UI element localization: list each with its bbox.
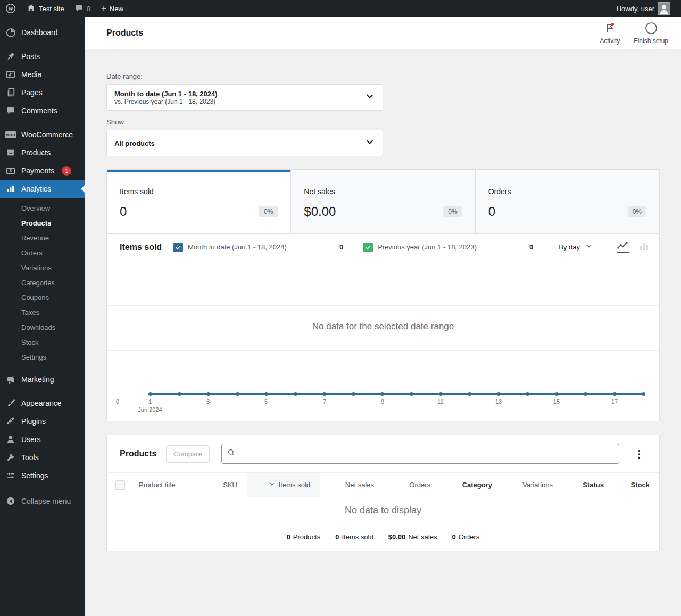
stat-label: Items sold bbox=[120, 187, 278, 196]
sidebar-item-products[interactable]: Products bbox=[0, 144, 85, 162]
sidebar-item-label: WooCommerce bbox=[21, 130, 73, 139]
interval-select[interactable]: By day bbox=[553, 243, 607, 252]
table-title: Products bbox=[120, 449, 156, 459]
payments-count-badge: 1 bbox=[62, 166, 71, 176]
site-name-label: Test site bbox=[39, 5, 64, 13]
compare-button[interactable]: Compare bbox=[166, 445, 209, 463]
search-icon bbox=[227, 448, 236, 459]
column-net-sales[interactable]: Net sales bbox=[320, 473, 384, 497]
megaphone-icon bbox=[5, 374, 16, 385]
sidebar-item-tools[interactable]: Tools bbox=[0, 448, 85, 467]
column-stock: Stock bbox=[613, 473, 659, 497]
sidebar-item-appearance[interactable]: Appearance bbox=[0, 394, 85, 412]
checkbox-checked-icon[interactable] bbox=[363, 243, 373, 252]
sidebar-item-marketing[interactable]: Marketing bbox=[0, 370, 85, 388]
submenu-item-coupons[interactable]: Coupons bbox=[0, 290, 85, 305]
x-tick: 1 bbox=[148, 398, 152, 405]
column-sku[interactable]: SKU bbox=[204, 473, 247, 497]
submenu-item-products[interactable]: Products bbox=[0, 216, 85, 231]
collapse-menu-button[interactable]: Collapse menu bbox=[0, 492, 85, 510]
sidebar-item-woocommerce[interactable]: WOO WooCommerce bbox=[0, 126, 85, 144]
plus-icon: + bbox=[101, 3, 106, 14]
x-tick: 7 bbox=[323, 398, 326, 405]
submenu-item-downloads[interactable]: Downloads bbox=[0, 320, 85, 335]
x-tick: 11 bbox=[437, 398, 443, 405]
wordpress-logo-icon: W bbox=[5, 3, 16, 14]
home-icon bbox=[27, 3, 36, 14]
sidebar-item-label: Products bbox=[21, 148, 51, 157]
chart-x-axis: 0 1 3 5 7 9 11 13 15 17 Jun 2024 bbox=[107, 394, 659, 421]
x-axis-month-label: Jun 2024 bbox=[138, 406, 162, 413]
show-filter-value: All products bbox=[114, 139, 364, 147]
finish-setup-label: Finish setup bbox=[634, 37, 668, 45]
date-range-select[interactable]: Month to date (Jun 1 - 18, 2024) vs. Pre… bbox=[106, 84, 383, 111]
sidebar-item-media[interactable]: Media bbox=[0, 65, 85, 84]
checkbox-checked-icon[interactable] bbox=[173, 243, 183, 252]
activity-label: Activity bbox=[600, 37, 620, 45]
site-name-link[interactable]: Test site bbox=[21, 0, 70, 17]
column-items-sold[interactable]: Items sold bbox=[247, 473, 320, 497]
submenu-item-variations[interactable]: Variations bbox=[0, 261, 85, 276]
pushpin-icon bbox=[5, 51, 16, 62]
collapse-arrow-icon bbox=[5, 496, 16, 506]
stat-tile-net-sales[interactable]: Net sales $0.00 0% bbox=[290, 170, 475, 233]
sidebar-item-settings[interactable]: Settings bbox=[0, 467, 85, 485]
search-input[interactable] bbox=[240, 450, 613, 458]
submenu-item-orders[interactable]: Orders bbox=[0, 246, 85, 261]
submenu-item-categories[interactable]: Categories bbox=[0, 276, 85, 290]
column-status: Status bbox=[562, 473, 613, 497]
search-box[interactable] bbox=[221, 444, 619, 464]
date-range-value: Month to date (Jun 1 - 18, 2024) bbox=[114, 90, 364, 98]
wordpress-logo-menu[interactable]: W bbox=[0, 0, 21, 17]
sidebar-item-analytics[interactable]: Analytics bbox=[0, 180, 85, 198]
column-category: Category bbox=[440, 473, 502, 497]
chart-header: Items sold Month to date (Jun 1 - 18, 20… bbox=[107, 233, 659, 261]
sidebar-item-payments[interactable]: $ Payments 1 bbox=[0, 162, 85, 180]
comments-shortcut[interactable]: 0 bbox=[70, 0, 96, 17]
column-product-title[interactable]: Product title bbox=[134, 473, 204, 497]
bar-chart-toggle[interactable] bbox=[638, 242, 649, 253]
pages-icon bbox=[5, 87, 16, 98]
stat-tile-items-sold[interactable]: Items sold 0 0% bbox=[107, 170, 290, 233]
select-all-checkbox[interactable] bbox=[115, 480, 125, 490]
legend-item-current-period[interactable]: Month to date (Jun 1 - 18, 2024) 0 bbox=[173, 243, 363, 252]
active-menu-arrow bbox=[81, 185, 85, 193]
show-filter-select[interactable]: All products bbox=[106, 130, 383, 156]
gridline bbox=[107, 305, 659, 306]
sidebar-item-label: Analytics bbox=[21, 185, 51, 193]
stat-tile-orders[interactable]: Orders 0 0% bbox=[475, 170, 659, 233]
sidebar-item-label: Posts bbox=[21, 52, 40, 61]
chevron-down-icon bbox=[364, 91, 375, 104]
finish-setup-button[interactable]: Finish setup bbox=[634, 22, 668, 45]
sidebar-item-users[interactable]: Users bbox=[0, 430, 85, 448]
submenu-item-stock[interactable]: Stock bbox=[0, 335, 85, 350]
submenu-item-taxes[interactable]: Taxes bbox=[0, 305, 85, 320]
sidebar-item-dashboard[interactable]: Dashboard bbox=[0, 23, 85, 41]
show-filter-label: Show: bbox=[106, 118, 660, 126]
activity-button[interactable]: Activity bbox=[600, 22, 620, 45]
comment-icon bbox=[5, 105, 16, 116]
new-label: New bbox=[110, 5, 123, 13]
table-empty-message: No data to display bbox=[107, 497, 659, 523]
column-variations[interactable]: Variations bbox=[502, 473, 562, 497]
comment-bubble-icon bbox=[75, 4, 84, 14]
column-orders[interactable]: Orders bbox=[384, 473, 440, 497]
submenu-item-revenue[interactable]: Revenue bbox=[0, 231, 85, 246]
table-menu-button[interactable]: ⋮ bbox=[632, 448, 646, 460]
account-menu[interactable]: Howdy, user bbox=[611, 0, 676, 17]
legend-item-previous-period[interactable]: Previous year (Jun 1 - 18, 2023) 0 bbox=[363, 243, 553, 252]
select-all-cell bbox=[107, 473, 134, 497]
sidebar-item-pages[interactable]: Pages bbox=[0, 84, 85, 102]
sidebar-item-plugins[interactable]: Plugins bbox=[0, 412, 85, 430]
line-chart-toggle[interactable] bbox=[617, 242, 629, 253]
submenu-item-overview[interactable]: Overview bbox=[0, 201, 85, 216]
sidebar-item-posts[interactable]: Posts bbox=[0, 47, 85, 65]
new-content-menu[interactable]: + New bbox=[96, 0, 129, 17]
chart-plot-area: No data for the selected date range bbox=[107, 261, 659, 394]
sidebar-item-comments[interactable]: Comments bbox=[0, 102, 85, 120]
comments-count: 0 bbox=[87, 5, 90, 13]
submenu-item-settings[interactable]: Settings bbox=[0, 350, 85, 365]
products-table-card: Products Compare ⋮ Product title SKU bbox=[106, 435, 660, 551]
sidebar-menu: Dashboard Posts Media Pages Comments WOO… bbox=[0, 17, 85, 616]
stat-delta-badge: 0% bbox=[628, 206, 646, 217]
